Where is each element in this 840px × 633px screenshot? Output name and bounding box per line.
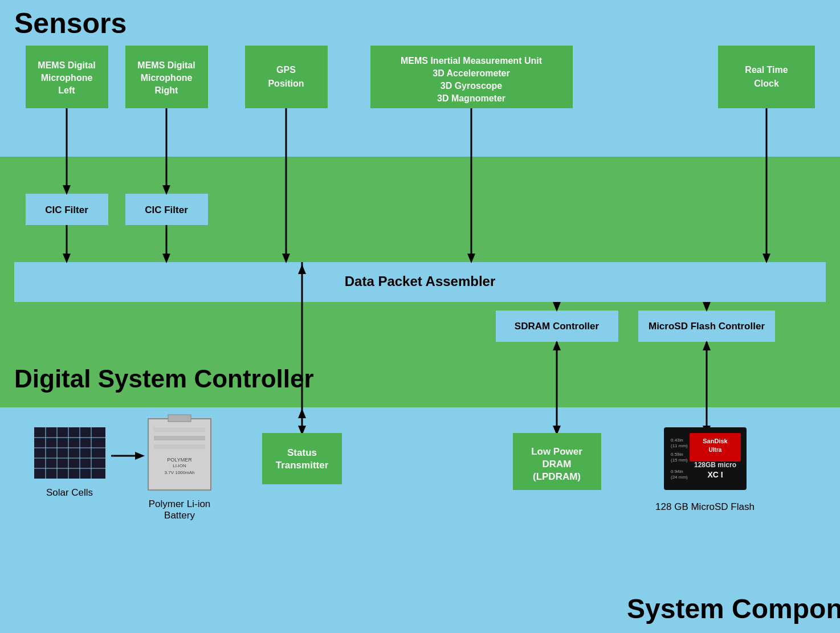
svg-text:(24 mm): (24 mm) bbox=[671, 475, 688, 480]
svg-text:3D Gyroscope: 3D Gyroscope bbox=[441, 81, 503, 91]
svg-text:SDRAM Controller: SDRAM Controller bbox=[515, 321, 600, 332]
svg-text:3.7V 1000mAh: 3.7V 1000mAh bbox=[165, 470, 195, 475]
svg-text:Right: Right bbox=[155, 85, 179, 95]
svg-text:0.59in: 0.59in bbox=[671, 452, 683, 457]
svg-text:Position: Position bbox=[268, 79, 304, 88]
svg-rect-17 bbox=[718, 46, 815, 108]
svg-text:LI-ION: LI-ION bbox=[173, 463, 186, 468]
svg-rect-9 bbox=[245, 46, 328, 108]
svg-text:MEMS Digital: MEMS Digital bbox=[137, 60, 195, 70]
svg-text:Clock: Clock bbox=[754, 79, 779, 88]
svg-text:Low Power: Low Power bbox=[531, 446, 582, 457]
diagram-svg: Sensors MEMS Digital Microphone Left MEM… bbox=[0, 0, 840, 633]
svg-rect-84 bbox=[262, 433, 342, 484]
svg-text:3D Accelerometer: 3D Accelerometer bbox=[433, 68, 509, 78]
svg-text:128 GB MicroSD Flash: 128 GB MicroSD Flash bbox=[655, 501, 755, 512]
svg-rect-78 bbox=[154, 444, 205, 449]
svg-text:POLYMER: POLYMER bbox=[167, 457, 192, 463]
sensors-title: Sensors bbox=[14, 7, 127, 39]
svg-text:DRAM: DRAM bbox=[543, 459, 572, 469]
svg-rect-76 bbox=[154, 427, 205, 432]
svg-rect-77 bbox=[154, 436, 205, 440]
svg-text:Polymer Li-ion: Polymer Li-ion bbox=[149, 499, 211, 509]
svg-text:MEMS Digital: MEMS Digital bbox=[38, 60, 95, 70]
svg-text:(LPDRAM): (LPDRAM) bbox=[533, 471, 581, 482]
svg-rect-75 bbox=[168, 415, 191, 422]
svg-text:Left: Left bbox=[58, 85, 75, 95]
svg-text:XC I: XC I bbox=[707, 470, 723, 479]
svg-text:Transmitter: Transmitter bbox=[276, 460, 329, 471]
svg-text:Microphone: Microphone bbox=[41, 73, 93, 83]
svg-text:Data Packet Assembler: Data Packet Assembler bbox=[345, 273, 496, 289]
dsc-title: Digital System Controller bbox=[14, 365, 314, 393]
svg-text:0.94in: 0.94in bbox=[671, 469, 683, 474]
svg-text:CIC Filter: CIC Filter bbox=[145, 205, 188, 215]
svg-text:Microphone: Microphone bbox=[141, 73, 193, 83]
svg-text:MicroSD Flash Controller: MicroSD Flash Controller bbox=[649, 321, 765, 332]
svg-text:Status: Status bbox=[287, 447, 317, 458]
svg-text:MEMS Inertial Measurement Unit: MEMS Inertial Measurement Unit bbox=[401, 56, 543, 66]
main-container: Sensors MEMS Digital Microphone Left MEM… bbox=[0, 0, 840, 633]
svg-text:3D Magnometer: 3D Magnometer bbox=[437, 93, 505, 103]
svg-text:SanDisk: SanDisk bbox=[703, 438, 728, 444]
system-title: System Components bbox=[627, 594, 840, 624]
svg-text:0.43in: 0.43in bbox=[671, 438, 683, 443]
svg-text:GPS: GPS bbox=[276, 65, 296, 75]
svg-text:Real Time: Real Time bbox=[745, 65, 788, 75]
svg-text:Battery: Battery bbox=[164, 510, 195, 521]
svg-text:CIC Filter: CIC Filter bbox=[45, 205, 88, 215]
svg-text:128GB micro: 128GB micro bbox=[694, 461, 736, 469]
svg-text:(11 mm): (11 mm) bbox=[671, 443, 688, 448]
svg-text:(15 mm): (15 mm) bbox=[671, 458, 688, 463]
svg-rect-63 bbox=[34, 427, 105, 479]
svg-text:Solar Cells: Solar Cells bbox=[46, 487, 93, 498]
svg-text:Ultra: Ultra bbox=[709, 447, 722, 453]
